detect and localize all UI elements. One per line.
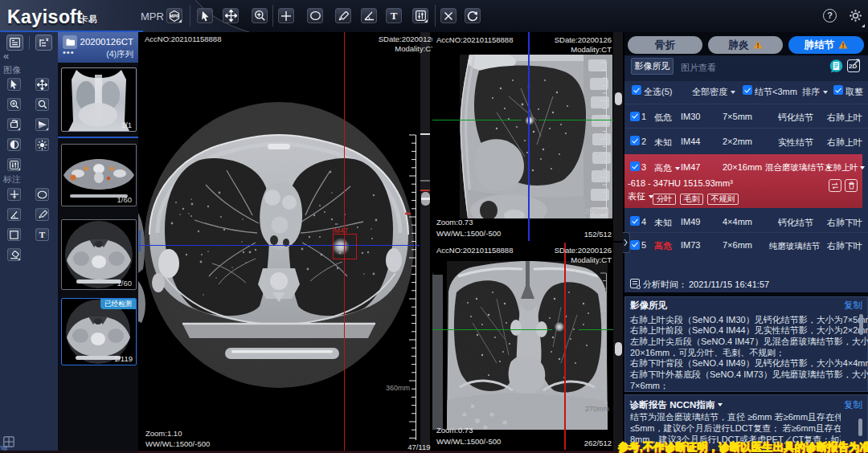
- svg-text:MPR: MPR: [170, 14, 179, 18]
